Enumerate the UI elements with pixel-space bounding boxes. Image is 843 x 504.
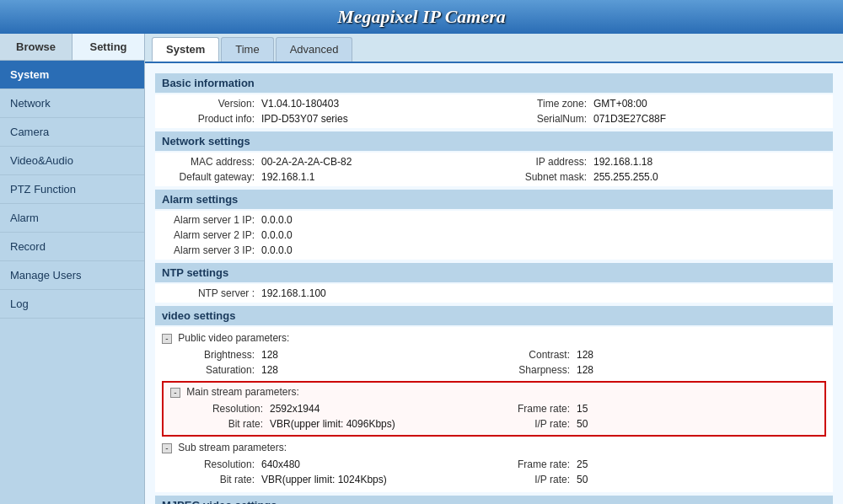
public-video-params: Brightness: 128 Contrast: 128 Saturation… bbox=[162, 346, 826, 379]
sub-col-ip: I/P rate: 50 bbox=[494, 474, 809, 485]
network-col-subnet: Subnet mask: 255.255.255.0 bbox=[494, 171, 826, 183]
mac-label: MAC address: bbox=[162, 156, 255, 168]
main-col-resolution: Resolution: 2592x1944 bbox=[187, 403, 494, 415]
basic-info-col-serial: SerialNum: 071D3E27C88F bbox=[494, 113, 826, 125]
sharpness-value: 128 bbox=[577, 364, 593, 376]
main-col-framerate: Frame rate: 15 bbox=[494, 403, 801, 415]
alarm-server1-value: 0.0.0.0 bbox=[261, 214, 293, 226]
subnet-value: 255.255.255.0 bbox=[593, 171, 658, 183]
alarm-server2-label: Alarm server 2 IP: bbox=[162, 229, 255, 241]
sidebar-item-record[interactable]: Record bbox=[0, 233, 144, 261]
basic-info-row-2: Product info: IPD-D53Y07 series SerialNu… bbox=[162, 111, 826, 126]
sidebar-item-log[interactable]: Log bbox=[0, 290, 144, 319]
network-settings-header: Network settings bbox=[155, 131, 833, 151]
video-settings-header: video settings bbox=[155, 306, 833, 325]
brightness-label: Brightness: bbox=[179, 349, 255, 361]
mjpeg-settings-header: MJPEG video settings bbox=[155, 496, 833, 504]
gateway-label: Default gateway: bbox=[162, 171, 255, 183]
mac-value: 00-2A-2A-2A-CB-82 bbox=[261, 156, 352, 168]
public-col-sharpness: Sharpness: 128 bbox=[494, 364, 809, 376]
sidebar-item-network[interactable]: Network bbox=[0, 89, 144, 118]
ntp-server-value: 192.168.1.100 bbox=[261, 287, 326, 299]
main-stream-params: Resolution: 2592x1944 Frame rate: 15 Bit… bbox=[170, 399, 818, 433]
sidebar-item-system[interactable]: System bbox=[0, 61, 144, 89]
sub-ip-value: 50 bbox=[577, 474, 588, 485]
ntp-col-server: NTP server : 192.168.1.100 bbox=[162, 287, 494, 299]
main-framerate-label: Frame rate: bbox=[494, 403, 570, 415]
main-stream-header[interactable]: - Main stream parameters: bbox=[170, 384, 818, 399]
app-title: Megapixel IP Camera bbox=[337, 6, 506, 28]
ntp-server-label: NTP server : bbox=[162, 287, 255, 299]
sub-stream-params: Resolution: 640x480 Frame rate: 25 Bit r… bbox=[162, 455, 826, 489]
alarm-settings-header: Alarm settings bbox=[155, 190, 833, 209]
ip-value: 192.168.1.18 bbox=[593, 156, 652, 168]
saturation-value: 128 bbox=[261, 364, 278, 376]
network-col-gateway: Default gateway: 192.168.1.1 bbox=[162, 171, 494, 183]
timezone-label: Time zone: bbox=[494, 98, 587, 110]
sub-bitrate-value: VBR(upper limit: 1024Kbps) bbox=[261, 474, 387, 485]
alarm-settings-table: Alarm server 1 IP: 0.0.0.0 Alarm server … bbox=[155, 211, 833, 260]
version-value: V1.04.10-180403 bbox=[261, 98, 339, 110]
tab-time[interactable]: Time bbox=[221, 37, 273, 62]
tab-system[interactable]: System bbox=[152, 37, 219, 62]
sub-col-framerate: Frame rate: 25 bbox=[494, 458, 809, 470]
ntp-settings-header: NTP settings bbox=[155, 263, 833, 282]
basic-info-row-1: Version: V1.04.10-180403 Time zone: GMT+… bbox=[162, 96, 826, 111]
main-stream-section: - Main stream parameters: Resolution: 25… bbox=[162, 381, 826, 437]
network-col-mac: MAC address: 00-2A-2A-2A-CB-82 bbox=[162, 156, 494, 168]
public-video-label: Public video parameters: bbox=[178, 332, 289, 344]
basic-info-col-product: Product info: IPD-D53Y07 series bbox=[162, 113, 494, 125]
sub-stream-header[interactable]: - Sub stream parameters: bbox=[162, 440, 826, 455]
sharpness-label: Sharpness: bbox=[494, 364, 570, 376]
alarm-col-empty1 bbox=[494, 214, 826, 226]
alarm-row-1: Alarm server 1 IP: 0.0.0.0 bbox=[162, 212, 826, 228]
sidebar-item-video-audio[interactable]: Video&Audio bbox=[0, 147, 144, 175]
sidebar-item-alarm[interactable]: Alarm bbox=[0, 204, 144, 233]
alarm-row-3: Alarm server 3 IP: 0.0.0.0 bbox=[162, 243, 826, 258]
main-resolution-label: Resolution: bbox=[187, 403, 263, 415]
sub-tabs-bar: System Time Advanced bbox=[145, 34, 843, 63]
setting-tab[interactable]: Setting bbox=[72, 34, 144, 60]
main-param-row-1: Resolution: 2592x1944 Frame rate: 15 bbox=[187, 401, 801, 416]
public-video-header[interactable]: - Public video parameters: bbox=[162, 330, 826, 346]
browse-tab[interactable]: Browse bbox=[0, 34, 72, 60]
sidebar: Browse Setting System Network Camera Vid… bbox=[0, 34, 145, 504]
sidebar-item-camera[interactable]: Camera bbox=[0, 118, 144, 147]
tab-advanced[interactable]: Advanced bbox=[276, 37, 353, 62]
basic-info-header: Basic information bbox=[155, 73, 833, 93]
network-settings-table: MAC address: 00-2A-2A-2A-CB-82 IP addres… bbox=[155, 153, 833, 186]
basic-info-table: Version: V1.04.10-180403 Time zone: GMT+… bbox=[155, 94, 833, 128]
toggle-public-icon: - bbox=[162, 334, 172, 344]
main-param-row-2: Bit rate: VBR(upper limit: 4096Kbps) I/P… bbox=[187, 416, 801, 432]
alarm-row-2: Alarm server 2 IP: 0.0.0.0 bbox=[162, 228, 826, 243]
public-col-saturation: Saturation: 128 bbox=[179, 364, 494, 376]
brightness-value: 128 bbox=[261, 349, 278, 361]
sub-framerate-label: Frame rate: bbox=[494, 458, 570, 470]
alarm-col-empty2 bbox=[494, 229, 826, 241]
video-settings-section: - Public video parameters: Brightness: 1… bbox=[155, 327, 833, 492]
basic-info-col-timezone: Time zone: GMT+08:00 bbox=[494, 98, 826, 110]
alarm-col-server2: Alarm server 2 IP: 0.0.0.0 bbox=[162, 229, 494, 241]
sub-framerate-value: 25 bbox=[577, 458, 588, 470]
sidebar-item-manage-users[interactable]: Manage Users bbox=[0, 261, 144, 290]
sidebar-item-ptz-function[interactable]: PTZ Function bbox=[0, 175, 144, 204]
ntp-settings-table: NTP server : 192.168.1.100 bbox=[155, 284, 833, 303]
public-param-row-1: Brightness: 128 Contrast: 128 bbox=[179, 347, 809, 362]
sub-stream-label: Sub stream parameters: bbox=[178, 442, 287, 453]
toggle-sub-icon: - bbox=[162, 443, 172, 453]
ip-label: IP address: bbox=[494, 156, 587, 168]
public-col-contrast: Contrast: 128 bbox=[494, 349, 809, 361]
sub-resolution-value: 640x480 bbox=[261, 458, 300, 470]
basic-info-col-version: Version: V1.04.10-180403 bbox=[162, 98, 494, 110]
ntp-col-empty bbox=[494, 287, 826, 299]
sub-param-row-2: Bit rate: VBR(upper limit: 1024Kbps) I/P… bbox=[179, 472, 809, 487]
main-stream-label: Main stream parameters: bbox=[186, 386, 298, 398]
timezone-value: GMT+08:00 bbox=[593, 98, 647, 110]
alarm-server3-label: Alarm server 3 IP: bbox=[162, 244, 255, 256]
version-label: Version: bbox=[162, 98, 255, 110]
content-area: System Time Advanced Basic information V… bbox=[145, 34, 843, 504]
sub-ip-label: I/P rate: bbox=[494, 474, 570, 485]
sidebar-tabs: Browse Setting bbox=[0, 34, 144, 61]
alarm-col-empty3 bbox=[494, 244, 826, 256]
saturation-label: Saturation: bbox=[179, 364, 255, 376]
